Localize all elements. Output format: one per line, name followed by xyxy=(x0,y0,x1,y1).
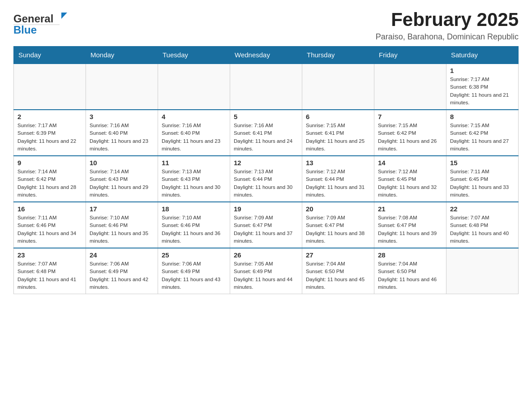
title-area: February 2025 Paraiso, Barahona, Dominic… xyxy=(376,9,519,42)
day-number: 22 xyxy=(450,205,515,213)
day-header-tuesday: Tuesday xyxy=(158,47,230,64)
calendar-cell: 21Sunrise: 7:08 AMSunset: 6:47 PMDayligh… xyxy=(374,202,446,248)
location-subtitle: Paraiso, Barahona, Dominican Republic xyxy=(376,32,519,42)
day-info: Sunrise: 7:09 AMSunset: 6:47 PMDaylight:… xyxy=(234,214,298,245)
day-info: Sunrise: 7:10 AMSunset: 6:46 PMDaylight:… xyxy=(90,214,154,245)
calendar-cell: 27Sunrise: 7:04 AMSunset: 6:50 PMDayligh… xyxy=(302,248,374,294)
day-number: 24 xyxy=(90,251,154,259)
calendar-cell xyxy=(374,64,446,110)
day-number: 16 xyxy=(17,205,82,213)
calendar-header-row: SundayMondayTuesdayWednesdayThursdayFrid… xyxy=(14,47,519,64)
day-info: Sunrise: 7:15 AMSunset: 6:42 PMDaylight:… xyxy=(378,122,442,153)
svg-marker-1 xyxy=(61,13,67,19)
calendar-cell: 7Sunrise: 7:15 AMSunset: 6:42 PMDaylight… xyxy=(374,110,446,156)
day-info: Sunrise: 7:07 AMSunset: 6:48 PMDaylight:… xyxy=(450,214,515,245)
svg-text:General: General xyxy=(13,13,53,25)
calendar-cell: 10Sunrise: 7:14 AMSunset: 6:43 PMDayligh… xyxy=(86,156,158,202)
day-info: Sunrise: 7:07 AMSunset: 6:48 PMDaylight:… xyxy=(17,260,82,291)
month-title: February 2025 xyxy=(376,9,519,30)
calendar-cell: 22Sunrise: 7:07 AMSunset: 6:48 PMDayligh… xyxy=(446,202,519,248)
day-info: Sunrise: 7:17 AMSunset: 6:39 PMDaylight:… xyxy=(17,122,82,153)
calendar-cell xyxy=(230,64,302,110)
day-number: 25 xyxy=(162,251,226,259)
day-number: 6 xyxy=(306,113,370,120)
calendar-cell: 4Sunrise: 7:16 AMSunset: 6:40 PMDaylight… xyxy=(158,110,230,156)
day-number: 13 xyxy=(306,159,370,167)
calendar-cell xyxy=(86,64,158,110)
day-info: Sunrise: 7:06 AMSunset: 6:49 PMDaylight:… xyxy=(162,260,226,291)
week-row-5: 23Sunrise: 7:07 AMSunset: 6:48 PMDayligh… xyxy=(14,248,519,294)
week-row-3: 9Sunrise: 7:14 AMSunset: 6:42 PMDaylight… xyxy=(14,156,519,202)
calendar-cell: 16Sunrise: 7:11 AMSunset: 6:46 PMDayligh… xyxy=(14,202,86,248)
day-number: 7 xyxy=(378,113,442,120)
calendar-cell: 9Sunrise: 7:14 AMSunset: 6:42 PMDaylight… xyxy=(14,156,86,202)
day-info: Sunrise: 7:12 AMSunset: 6:45 PMDaylight:… xyxy=(378,168,442,199)
day-header-sunday: Sunday xyxy=(14,47,86,64)
day-header-thursday: Thursday xyxy=(302,47,374,64)
logo: General Blue xyxy=(13,9,72,36)
calendar-cell: 12Sunrise: 7:13 AMSunset: 6:44 PMDayligh… xyxy=(230,156,302,202)
day-number: 27 xyxy=(306,251,370,259)
calendar-cell: 2Sunrise: 7:17 AMSunset: 6:39 PMDaylight… xyxy=(14,110,86,156)
week-row-4: 16Sunrise: 7:11 AMSunset: 6:46 PMDayligh… xyxy=(14,202,519,248)
day-info: Sunrise: 7:15 AMSunset: 6:41 PMDaylight:… xyxy=(306,122,370,153)
week-row-1: 1Sunrise: 7:17 AMSunset: 6:38 PMDaylight… xyxy=(14,64,519,110)
day-number: 4 xyxy=(162,113,226,120)
calendar-cell: 8Sunrise: 7:15 AMSunset: 6:42 PMDaylight… xyxy=(446,110,519,156)
day-info: Sunrise: 7:13 AMSunset: 6:43 PMDaylight:… xyxy=(162,168,226,199)
calendar-cell: 14Sunrise: 7:12 AMSunset: 6:45 PMDayligh… xyxy=(374,156,446,202)
day-number: 10 xyxy=(90,159,154,167)
calendar-cell: 15Sunrise: 7:11 AMSunset: 6:45 PMDayligh… xyxy=(446,156,519,202)
calendar-cell: 5Sunrise: 7:16 AMSunset: 6:41 PMDaylight… xyxy=(230,110,302,156)
day-info: Sunrise: 7:04 AMSunset: 6:50 PMDaylight:… xyxy=(378,260,442,291)
calendar-cell: 24Sunrise: 7:06 AMSunset: 6:49 PMDayligh… xyxy=(86,248,158,294)
calendar-cell: 25Sunrise: 7:06 AMSunset: 6:49 PMDayligh… xyxy=(158,248,230,294)
day-number: 23 xyxy=(17,251,82,259)
day-header-saturday: Saturday xyxy=(446,47,519,64)
day-number: 3 xyxy=(90,113,154,120)
day-number: 8 xyxy=(450,113,515,120)
day-info: Sunrise: 7:10 AMSunset: 6:46 PMDaylight:… xyxy=(162,214,226,245)
day-info: Sunrise: 7:09 AMSunset: 6:47 PMDaylight:… xyxy=(306,214,370,245)
day-number: 19 xyxy=(234,205,298,213)
day-number: 20 xyxy=(306,205,370,213)
calendar-cell: 3Sunrise: 7:16 AMSunset: 6:40 PMDaylight… xyxy=(86,110,158,156)
day-number: 5 xyxy=(234,113,298,120)
day-number: 12 xyxy=(234,159,298,167)
day-number: 15 xyxy=(450,159,515,167)
day-info: Sunrise: 7:17 AMSunset: 6:38 PMDaylight:… xyxy=(450,76,515,107)
day-number: 28 xyxy=(378,251,442,259)
calendar-cell: 20Sunrise: 7:09 AMSunset: 6:47 PMDayligh… xyxy=(302,202,374,248)
calendar-cell xyxy=(446,248,519,294)
calendar-cell: 11Sunrise: 7:13 AMSunset: 6:43 PMDayligh… xyxy=(158,156,230,202)
day-info: Sunrise: 7:04 AMSunset: 6:50 PMDaylight:… xyxy=(306,260,370,291)
day-number: 14 xyxy=(378,159,442,167)
day-number: 1 xyxy=(450,67,515,74)
day-header-wednesday: Wednesday xyxy=(230,47,302,64)
calendar-cell: 17Sunrise: 7:10 AMSunset: 6:46 PMDayligh… xyxy=(86,202,158,248)
calendar-cell xyxy=(14,64,86,110)
calendar-cell: 23Sunrise: 7:07 AMSunset: 6:48 PMDayligh… xyxy=(14,248,86,294)
day-header-monday: Monday xyxy=(86,47,158,64)
day-info: Sunrise: 7:14 AMSunset: 6:43 PMDaylight:… xyxy=(90,168,154,199)
logo-svg: General Blue xyxy=(13,9,72,36)
calendar-table: SundayMondayTuesdayWednesdayThursdayFrid… xyxy=(13,46,519,294)
day-number: 26 xyxy=(234,251,298,259)
day-info: Sunrise: 7:13 AMSunset: 6:44 PMDaylight:… xyxy=(234,168,298,199)
calendar-cell: 13Sunrise: 7:12 AMSunset: 6:44 PMDayligh… xyxy=(302,156,374,202)
calendar-cell: 6Sunrise: 7:15 AMSunset: 6:41 PMDaylight… xyxy=(302,110,374,156)
calendar-cell: 18Sunrise: 7:10 AMSunset: 6:46 PMDayligh… xyxy=(158,202,230,248)
day-info: Sunrise: 7:08 AMSunset: 6:47 PMDaylight:… xyxy=(378,214,442,245)
day-number: 11 xyxy=(162,159,226,167)
calendar-cell: 28Sunrise: 7:04 AMSunset: 6:50 PMDayligh… xyxy=(374,248,446,294)
calendar-cell: 26Sunrise: 7:05 AMSunset: 6:49 PMDayligh… xyxy=(230,248,302,294)
calendar-cell xyxy=(302,64,374,110)
day-info: Sunrise: 7:16 AMSunset: 6:41 PMDaylight:… xyxy=(234,122,298,153)
day-info: Sunrise: 7:05 AMSunset: 6:49 PMDaylight:… xyxy=(234,260,298,291)
day-number: 18 xyxy=(162,205,226,213)
day-header-friday: Friday xyxy=(374,47,446,64)
week-row-2: 2Sunrise: 7:17 AMSunset: 6:39 PMDaylight… xyxy=(14,110,519,156)
day-number: 21 xyxy=(378,205,442,213)
day-info: Sunrise: 7:15 AMSunset: 6:42 PMDaylight:… xyxy=(450,122,515,153)
day-number: 17 xyxy=(90,205,154,213)
